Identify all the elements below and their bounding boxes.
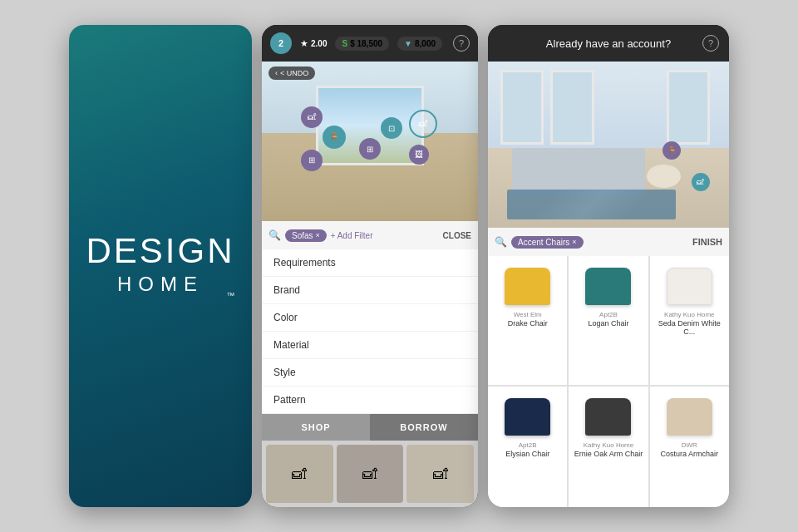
chair-name-5: Costura Armchair — [661, 450, 719, 459]
chairs-help-button[interactable]: ? — [702, 35, 719, 52]
add-icon: + — [331, 231, 336, 240]
shop-tab[interactable]: SHOP — [262, 414, 370, 441]
furniture-dot-6[interactable]: 🖼 — [409, 145, 429, 165]
chair-brand-0: West Elm — [514, 311, 542, 319]
chair-brand-1: Apt2B — [599, 311, 618, 319]
logo-design: DESIGN — [86, 232, 234, 270]
preview-dot-teal[interactable]: 🛋 — [692, 173, 710, 191]
product-row: 🛋 🛋 🛋 — [262, 441, 478, 507]
chair-name-2: Seda Denim White C... — [653, 319, 726, 337]
chairs-filter-tag[interactable]: Accent Chairs × — [511, 236, 584, 249]
room-view: ‹ < UNDO 🛋 🪑 ⊞ ⊡ 🛋 ⊞ 🖼 — [262, 62, 478, 221]
preview-window-2 — [550, 70, 594, 145]
filter-bar: 🔍 Sofas × + Add Filter CLOSE — [262, 221, 478, 249]
level-badge: 2 — [270, 32, 292, 54]
chairs-topbar: Already have an account? ? — [488, 25, 729, 62]
filter-color[interactable]: Color — [262, 304, 478, 332]
undo-arrow: ‹ — [275, 69, 278, 77]
add-filter-button[interactable]: + Add Filter — [331, 231, 373, 240]
account-text: Already have an account? — [546, 37, 671, 50]
chair-shape-navy — [505, 398, 550, 436]
chair-shape-charcoal — [585, 398, 631, 436]
borrow-tab[interactable]: BORROW — [370, 414, 478, 441]
diamonds-icon: ▼ — [404, 39, 412, 48]
chairs-tag-close[interactable]: × — [572, 238, 576, 246]
filter-requirements[interactable]: Requirements — [262, 249, 478, 277]
filter-style[interactable]: Style — [262, 359, 478, 387]
add-filter-label: Add Filter — [337, 231, 373, 240]
close-button[interactable]: CLOSE — [443, 231, 471, 240]
furniture-dot-5[interactable]: ⊞ — [301, 150, 323, 171]
editor-topbar: 2 ★ 2.00 S $ 18,500 ▼ 8,000 ? — [262, 25, 478, 62]
chair-shape-teal — [585, 268, 631, 305]
product-thumb-2[interactable]: 🛋 — [337, 445, 404, 503]
product-thumb-3[interactable]: 🛋 — [406, 445, 474, 503]
chairs-filter-bar: 🔍 Accent Chairs × FINISH — [488, 228, 729, 256]
search-icon: 🔍 — [268, 229, 281, 241]
chair-shape-yellow — [505, 268, 550, 305]
editor-screen: 2 ★ 2.00 S $ 18,500 ▼ 8,000 ? ‹ < UNDO — [262, 25, 478, 507]
star-stat: ★ 2.00 — [300, 38, 327, 49]
chairs-screen: Already have an account? ? 🪑 🛋 🔍 Accent … — [488, 25, 729, 507]
chair-image-2 — [660, 261, 718, 311]
diamonds-value: 8,000 — [415, 39, 436, 48]
logo-tm: ™ — [227, 291, 235, 300]
chair-cell-2[interactable]: Kathy Kuo Home Seda Denim White C... — [650, 256, 729, 385]
finish-button[interactable]: FINISH — [692, 237, 722, 247]
chair-name-0: Drake Chair — [508, 319, 548, 328]
furniture-dot-2[interactable]: 🪑 — [323, 126, 346, 149]
furniture-dot-3[interactable]: ⊞ — [359, 138, 381, 160]
currency-icon: S — [342, 39, 347, 48]
undo-label: < UNDO — [280, 69, 308, 77]
star-value: 2.00 — [311, 39, 327, 48]
currency-box: S $ 18,500 — [335, 37, 389, 51]
chair-image-3 — [499, 392, 557, 441]
chair-cell-5[interactable]: DWR Costura Armchair — [650, 387, 729, 507]
chair-name-1: Logan Chair — [588, 319, 628, 328]
chair-brand-3: Apt2B — [519, 441, 537, 450]
chair-cell-0[interactable]: West Elm Drake Chair — [488, 256, 567, 385]
chair-brand-4: Kathy Kuo Home — [584, 441, 633, 450]
chair-name-4: Ernie Oak Arm Chair — [574, 450, 643, 459]
chair-image-4 — [579, 392, 638, 441]
filter-tag-sofas[interactable]: Sofas × — [285, 229, 327, 242]
logo-area: DESIGN HOME ™ — [86, 232, 234, 299]
chair-image-5 — [660, 392, 718, 441]
filter-pattern[interactable]: Pattern — [262, 387, 478, 414]
chair-shape-cream — [667, 398, 712, 436]
filter-material[interactable]: Material — [262, 332, 478, 359]
chair-image-0 — [499, 261, 557, 311]
chair-cell-4[interactable]: Kathy Kuo Home Ernie Oak Arm Chair — [569, 387, 648, 507]
chair-cell-3[interactable]: Apt2B Elysian Chair — [488, 387, 567, 507]
furniture-dot-4[interactable]: ⊡ — [381, 117, 402, 139]
filter-dropdown: Requirements Brand Color Material Style … — [262, 249, 478, 414]
furniture-dot-selected[interactable]: 🛋 — [409, 110, 437, 138]
chair-brand-2: Kathy Kuo Home — [664, 311, 714, 319]
chair-cell-1[interactable]: Apt2B Logan Chair — [569, 256, 648, 385]
chair-image-1 — [579, 261, 638, 311]
tag-close[interactable]: × — [316, 231, 320, 239]
currency-value: $ 18,500 — [350, 39, 382, 48]
preview-sofa — [512, 148, 645, 195]
chairs-grid: West Elm Drake Chair Apt2B Logan Chair K… — [488, 256, 729, 507]
diamonds-box: ▼ 8,000 — [397, 37, 442, 51]
undo-button[interactable]: ‹ < UNDO — [268, 66, 315, 80]
room-preview: 🪑 🛋 — [488, 62, 729, 228]
star-icon: ★ — [300, 38, 308, 49]
tag-label: Sofas — [292, 231, 313, 240]
chair-brand-5: DWR — [682, 441, 697, 450]
preview-window-1 — [500, 70, 544, 145]
preview-dot-purple[interactable]: 🪑 — [663, 141, 681, 160]
logo-home: HOME — [117, 273, 204, 296]
chair-name-3: Elysian Chair — [505, 450, 549, 459]
chairs-tag-label: Accent Chairs — [518, 238, 569, 247]
filter-brand[interactable]: Brand — [262, 277, 478, 304]
preview-rug — [507, 190, 676, 219]
product-thumb-1[interactable]: 🛋 — [266, 445, 333, 503]
preview-table — [647, 165, 681, 188]
help-button[interactable]: ? — [453, 35, 470, 52]
splash-screen: DESIGN HOME ™ — [69, 25, 252, 507]
shop-borrow-bar: SHOP BORROW — [262, 414, 478, 441]
furniture-dot-1[interactable]: 🛋 — [301, 106, 323, 128]
preview-window-3 — [667, 70, 710, 145]
